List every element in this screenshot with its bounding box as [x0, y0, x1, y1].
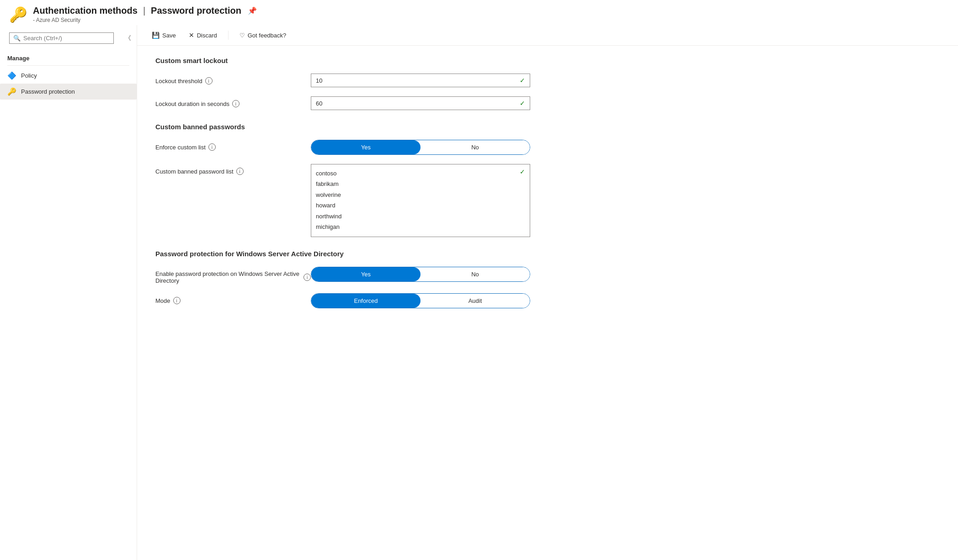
search-row: 🔍 《 — [0, 29, 137, 48]
windows-section: Password protection for Windows Server A… — [155, 250, 940, 308]
list-item: fabrikam — [316, 179, 525, 189]
app-icon: 🔑 — [9, 6, 27, 23]
feedback-icon: ♡ — [240, 32, 245, 39]
list-item: contoso — [316, 168, 525, 179]
enforce-custom-list-row: Enforce custom list i Yes No — [155, 140, 940, 155]
enforce-custom-list-label-container: Enforce custom list i — [155, 140, 311, 151]
search-input[interactable] — [23, 35, 110, 42]
enable-yes-option[interactable]: Yes — [311, 267, 420, 281]
app-title: Authentication methods — [33, 5, 138, 16]
sidebar-item-policy[interactable]: 🔷 Policy — [0, 68, 137, 84]
search-icon: 🔍 — [13, 35, 21, 42]
discard-label: Discard — [197, 32, 217, 39]
windows-section-title: Password protection for Windows Server A… — [155, 250, 940, 258]
main-layout: 🔍 《 Manage 🔷 Policy 🔑 Password protectio… — [0, 25, 958, 560]
banned-list-content: contoso fabrikam wolverine howard northw… — [316, 168, 525, 232]
enable-protection-toggle[interactable]: Yes No — [311, 267, 530, 282]
smart-lockout-title: Custom smart lockout — [155, 57, 940, 64]
mode-enforced-option[interactable]: Enforced — [311, 294, 420, 308]
lockout-threshold-row: Lockout threshold i ✓ — [155, 74, 940, 87]
mode-info-icon[interactable]: i — [173, 297, 181, 304]
lockout-duration-label-container: Lockout duration in seconds i — [155, 96, 311, 107]
banned-list-label-container: Custom banned password list i — [155, 164, 311, 175]
mode-row: Mode i Enforced Audit — [155, 293, 940, 308]
lockout-threshold-input[interactable] — [316, 77, 520, 84]
discard-button[interactable]: ✕ Discard — [183, 29, 223, 42]
lockout-duration-check-icon: ✓ — [520, 100, 525, 107]
lockout-duration-input-container[interactable]: ✓ — [311, 96, 530, 110]
enable-protection-info-icon[interactable]: i — [303, 274, 311, 281]
save-button[interactable]: 💾 Save — [146, 29, 181, 42]
lockout-duration-info-icon[interactable]: i — [232, 100, 240, 107]
sidebar-item-password-protection[interactable]: 🔑 Password protection — [0, 84, 137, 100]
sidebar-item-password-protection-label: Password protection — [21, 88, 75, 95]
lockout-duration-label: Lockout duration in seconds — [155, 100, 229, 107]
lockout-threshold-info-icon[interactable]: i — [205, 77, 213, 85]
mode-toggle[interactable]: Enforced Audit — [311, 293, 530, 308]
smart-lockout-section: Custom smart lockout Lockout threshold i… — [155, 57, 940, 110]
banned-passwords-section: Custom banned passwords Enforce custom l… — [155, 123, 940, 237]
banned-list-check-icon: ✓ — [520, 168, 525, 175]
enforce-yes-option[interactable]: Yes — [311, 140, 420, 154]
app-header: 🔑 Authentication methods | Password prot… — [0, 0, 958, 25]
feedback-label: Got feedback? — [248, 32, 287, 39]
enable-protection-label-container: Enable password protection on Windows Se… — [155, 267, 311, 284]
banned-list-row: Custom banned password list i ✓ contoso … — [155, 164, 940, 237]
subtitle: - Azure AD Security — [33, 17, 257, 23]
lockout-duration-input[interactable] — [316, 100, 520, 107]
manage-label: Manage — [0, 51, 137, 63]
enable-protection-row: Enable password protection on Windows Se… — [155, 267, 940, 284]
enforce-custom-list-toggle[interactable]: Yes No — [311, 140, 530, 155]
discard-icon: ✕ — [189, 32, 194, 39]
list-item: michigan — [316, 222, 525, 232]
title-separator: | — [143, 5, 145, 16]
lockout-threshold-check-icon: ✓ — [520, 77, 525, 84]
toolbar: 💾 Save ✕ Discard ♡ Got feedback? — [137, 25, 958, 46]
mode-audit-option[interactable]: Audit — [420, 294, 530, 308]
lockout-threshold-label: Lockout threshold — [155, 78, 202, 85]
enable-no-option[interactable]: No — [420, 267, 530, 281]
banned-passwords-title: Custom banned passwords — [155, 123, 940, 131]
enforce-custom-list-label: Enforce custom list — [155, 144, 206, 151]
policy-icon: 🔷 — [7, 71, 16, 80]
enable-protection-label: Enable password protection on Windows Se… — [155, 270, 301, 284]
sidebar-item-policy-label: Policy — [21, 72, 37, 79]
content-area: Custom smart lockout Lockout threshold i… — [137, 46, 958, 560]
password-protection-icon: 🔑 — [7, 87, 16, 96]
pin-icon[interactable]: 📌 — [248, 6, 257, 15]
banned-list-label: Custom banned password list — [155, 168, 234, 175]
search-box[interactable]: 🔍 — [9, 32, 114, 44]
list-item: wolverine — [316, 190, 525, 200]
toolbar-separator — [228, 31, 229, 40]
mode-label-container: Mode i — [155, 293, 311, 304]
mode-label: Mode — [155, 297, 170, 304]
banned-list-textarea[interactable]: ✓ contoso fabrikam wolverine howard nort… — [311, 164, 530, 237]
list-item: howard — [316, 200, 525, 211]
save-icon: 💾 — [152, 32, 160, 39]
enforce-no-option[interactable]: No — [420, 140, 530, 154]
page-name: Password protection — [151, 5, 241, 16]
sidebar: 🔍 《 Manage 🔷 Policy 🔑 Password protectio… — [0, 25, 137, 560]
collapse-button[interactable]: 《 — [123, 32, 133, 44]
manage-divider — [7, 65, 129, 66]
lockout-duration-row: Lockout duration in seconds i ✓ — [155, 96, 940, 110]
lockout-threshold-label-container: Lockout threshold i — [155, 74, 311, 85]
save-label: Save — [162, 32, 176, 39]
feedback-button[interactable]: ♡ Got feedback? — [234, 29, 292, 42]
banned-list-info-icon[interactable]: i — [236, 168, 244, 175]
lockout-threshold-input-container[interactable]: ✓ — [311, 74, 530, 87]
list-item: northwind — [316, 211, 525, 222]
enforce-custom-list-info-icon[interactable]: i — [208, 143, 216, 151]
